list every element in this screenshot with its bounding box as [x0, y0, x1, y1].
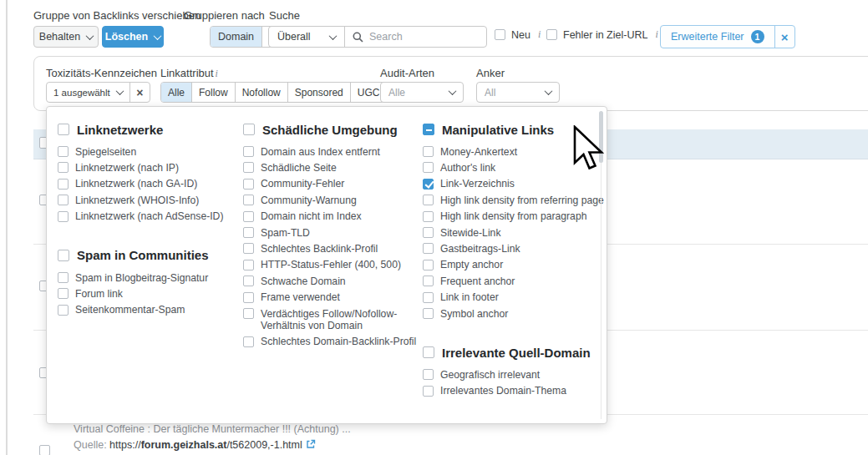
filter-option-schwache-domain[interactable]: Schwache Domain [243, 273, 416, 289]
option-checkbox[interactable] [58, 179, 69, 190]
filter-option-community-warnung[interactable]: Community-Warnung [243, 192, 416, 208]
option-checkbox[interactable] [58, 211, 69, 222]
filter-option-frame-verwendet[interactable]: Frame verwendet [243, 290, 416, 306]
option-checkbox[interactable] [423, 195, 434, 205]
filter-option-forum-link[interactable]: Forum link [58, 286, 229, 301]
option-checkbox[interactable] [423, 386, 434, 397]
target-url-error-checkbox[interactable]: Fehler in Ziel-URL i [546, 28, 658, 41]
option-checkbox[interactable] [58, 288, 69, 299]
option-checkbox[interactable] [58, 305, 69, 316]
filter-option-linknetzwerk-nach-ga-id[interactable]: Linknetzwerk (nach GA-ID) [58, 176, 229, 192]
filter-option-linknetzwerk-nach-adsense-id[interactable]: Linknetzwerk (nach AdSense-ID) [58, 209, 229, 225]
option-checkbox[interactable] [423, 227, 434, 238]
filter-option-schlechtes-domain-backlink-profil[interactable]: Schlechtes Domain-Backlink-Profil [243, 334, 416, 350]
filter-option-geografisch-irrelevant[interactable]: Geografisch irrelevant [423, 367, 607, 382]
option-checkbox[interactable] [243, 243, 254, 254]
filter-option-symbol-anchor[interactable]: Symbol anchor [423, 306, 607, 321]
filter-option-link-in-footer[interactable]: Link in footer [423, 290, 607, 306]
info-icon[interactable]: i [538, 28, 541, 41]
info-icon[interactable]: i [655, 28, 657, 41]
option-checkbox[interactable] [423, 308, 434, 319]
new-filter-checkbox[interactable]: Neu i [495, 28, 541, 41]
filter-option-sitewide-link[interactable]: Sitewide-Link [423, 225, 607, 240]
source-url-scheme[interactable]: https:// [109, 439, 141, 451]
option-checkbox[interactable] [423, 162, 434, 173]
group-checkbox[interactable] [58, 250, 69, 261]
option-checkbox[interactable] [423, 276, 434, 286]
option-checkbox[interactable] [243, 276, 254, 286]
delete-button[interactable]: Löschen [102, 26, 164, 48]
option-checkbox[interactable] [243, 162, 254, 173]
anchor-select[interactable]: All [476, 82, 560, 103]
group-checkbox[interactable] [243, 124, 255, 135]
filter-option-spam-in-blogbeitrag-signatur[interactable]: Spam in Blogbeitrag-Signatur [58, 270, 229, 286]
advanced-filters-button[interactable]: Erweiterte Filter 1 × [660, 25, 795, 48]
search-scope-select[interactable]: Überall [269, 27, 345, 47]
filter-option-gastbeitrags-link[interactable]: Gastbeitrags-Link [423, 240, 607, 256]
group-checkbox[interactable] [58, 124, 69, 135]
filter-option-sch-dliche-seite[interactable]: Schädliche Seite [243, 159, 416, 175]
filter-option-linknetzwerk-whois-info[interactable]: Linknetzwerk (WHOIS-Info) [58, 192, 229, 208]
filter-option-domain-aus-index-entfernt[interactable]: Domain aus Index entfernt [243, 144, 416, 159]
filter-group-header[interactable]: Spam in Communities [58, 246, 229, 265]
filter-option-high-link-density-from-referring-page[interactable]: High link density from referring page [423, 192, 607, 208]
segment-sponsored[interactable]: Sponsored [288, 83, 351, 102]
filter-option-domain-nicht-im-index[interactable]: Domain nicht im Index [243, 209, 416, 225]
segment-domain[interactable]: Domain [211, 27, 262, 47]
filter-option-link-verzeichnis[interactable]: Link-Verzeichnis [423, 176, 607, 192]
option-checkbox[interactable] [58, 195, 69, 205]
checkbox-icon[interactable] [546, 29, 557, 40]
option-checkbox[interactable] [423, 243, 434, 254]
option-checkbox[interactable] [58, 272, 69, 283]
option-checkbox[interactable] [423, 369, 434, 380]
filter-option-irrelevantes-domain-thema[interactable]: Irrelevantes Domain-Thema [423, 383, 607, 399]
filter-option-verd-chtiges-follow-nofollow-verh-ltnis-von-domain[interactable]: Verdächtiges Follow/Nofollow-Verhältnis … [243, 306, 416, 334]
clear-toxicity-button[interactable]: × [129, 83, 150, 102]
option-checkbox[interactable] [243, 211, 254, 222]
filter-option-schlechtes-backlink-profil[interactable]: Schlechtes Backlink-Profil [243, 240, 416, 256]
filter-option-frequent-anchor[interactable]: Frequent anchor [423, 273, 607, 289]
group-checkbox[interactable] [423, 346, 434, 358]
filter-option-spiegelseiten[interactable]: Spiegelseiten [58, 144, 229, 159]
option-checkbox[interactable] [243, 146, 254, 157]
option-checkbox[interactable] [243, 292, 254, 303]
option-checkbox[interactable] [423, 211, 434, 222]
segment-nofollow[interactable]: Nofollow [236, 83, 288, 102]
filter-option-high-link-density-from-paragraph[interactable]: High link density from paragraph [423, 209, 607, 225]
option-checkbox[interactable] [423, 292, 434, 303]
option-checkbox[interactable] [423, 179, 434, 190]
checkbox-icon[interactable] [495, 29, 505, 40]
filter-option-spam-tld[interactable]: Spam-TLD [243, 225, 416, 240]
option-checkbox[interactable] [243, 227, 254, 238]
filter-group-header[interactable]: Irrelevante Quell-Domain [423, 343, 607, 361]
toxicity-select-value[interactable]: 1 ausgewählt [47, 83, 129, 102]
external-link-icon[interactable] [306, 439, 316, 449]
keep-button[interactable]: Behalten [33, 26, 99, 48]
option-checkbox[interactable] [58, 162, 69, 173]
option-checkbox[interactable] [423, 146, 434, 157]
source-url-path[interactable]: /t562009,-1.html [226, 439, 302, 451]
clear-advanced-filters-button[interactable]: × [774, 26, 794, 48]
filter-group-header[interactable]: Linknetzwerke [58, 120, 229, 139]
filter-option-linknetzwerk-nach-ip[interactable]: Linknetzwerk (nach IP) [58, 159, 229, 175]
filter-option-empty-anchor[interactable]: Empty anchor [423, 257, 607, 273]
option-checkbox[interactable] [243, 179, 254, 190]
search-input[interactable] [369, 31, 470, 43]
row-checkbox[interactable] [39, 445, 50, 455]
source-url-domain[interactable]: forum.geizhals.at [141, 439, 227, 451]
segment-follow[interactable]: Follow [192, 83, 236, 102]
group-checkbox[interactable] [423, 124, 434, 135]
audit-types-select[interactable]: Alle [380, 82, 464, 103]
filter-option-community-fehler[interactable]: Community-Fehler [243, 176, 416, 192]
option-checkbox[interactable] [243, 308, 254, 319]
filter-option-http-status-fehler-400-500[interactable]: HTTP-Status-Fehler (400, 500) [243, 257, 416, 273]
segment-alle[interactable]: Alle [161, 83, 192, 102]
option-checkbox[interactable] [243, 195, 254, 205]
info-icon[interactable]: i [216, 68, 218, 79]
filter-option-seitenkommentar-spam[interactable]: Seitenkommentar-Spam [58, 302, 229, 318]
option-checkbox[interactable] [243, 260, 254, 270]
option-checkbox[interactable] [423, 260, 434, 270]
option-checkbox[interactable] [58, 146, 69, 157]
filter-group-header[interactable]: Schädliche Umgebung [243, 120, 416, 139]
option-checkbox[interactable] [243, 336, 254, 347]
